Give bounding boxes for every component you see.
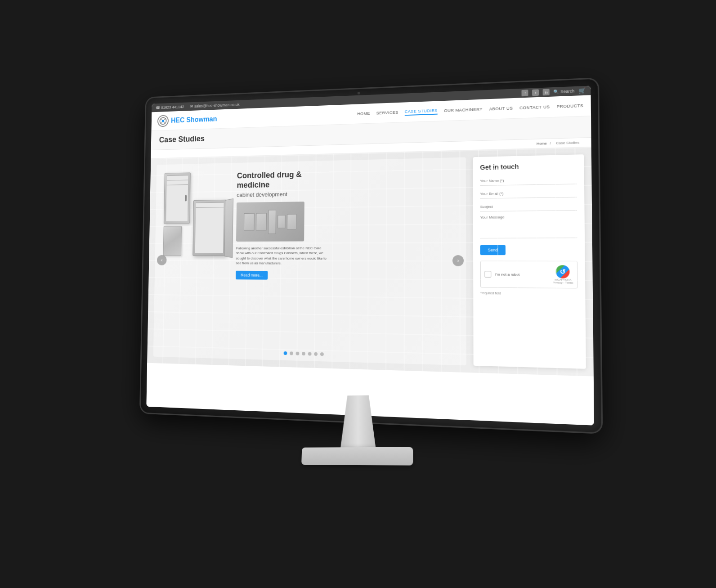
required-field-note: *required field [480,291,578,295]
nav-contact[interactable]: CONTACT US [519,103,550,111]
thumb-cabinet-5 [287,214,296,229]
captcha-checkbox[interactable] [484,271,491,278]
cabinet-shelf-3 [167,184,188,185]
cart-icon[interactable]: 🛒 [578,87,586,94]
camera-icon [358,91,360,94]
main-content: ‹ › [147,147,594,376]
cabinet-door [224,198,233,258]
slide-title: Controlled drug & medicine [237,166,452,190]
cabinet-small [163,226,182,256]
thumb-cabinet-3 [268,210,276,234]
cabinet-shelf-1 [167,175,188,176]
slider-dots [283,351,323,356]
screen-bezel: 01623 441142 sales@hec-showman.co.uk f t… [141,79,601,432]
slide-thumbnail [236,202,304,242]
nav-case-studies[interactable]: CASE STUDIES [405,107,438,116]
logo[interactable]: HEC Showman [157,113,217,127]
thumb-cabinet-1 [244,213,255,230]
dot-1[interactable] [283,351,287,355]
dot-6[interactable] [314,352,318,355]
dot-5[interactable] [308,352,311,355]
scene: 01623 441142 sales@hec-showman.co.uk f t… [88,74,628,515]
logo-icon [157,115,169,127]
cabinet-group-left [163,172,191,256]
stand-base [301,447,413,465]
recaptcha-terms: Privacy - Terms [553,281,573,284]
open-shelf-1 [196,202,224,203]
cabinet-interior [166,175,188,221]
slide-content: Controlled drug & medicine cabinet devel… [153,157,466,365]
search-link[interactable]: 🔍 Search [554,89,574,94]
subject-input[interactable] [480,201,577,211]
captcha-logo: reCAPTCHA Privacy - Terms [553,265,573,284]
breadcrumb: Home / Case Studies [537,140,582,145]
thumb-cabinet-2 [256,213,267,230]
captcha-label: I'm not a robot [495,272,520,276]
website: 01623 441142 sales@hec-showman.co.uk f t… [146,85,594,425]
open-shelf-2 [196,207,224,208]
slide-description: Following another successful exhibition … [236,246,330,265]
email-input[interactable] [480,188,577,198]
dot-3[interactable] [295,351,299,355]
cabinet-open-interior [195,202,224,253]
slider-next-button[interactable]: › [452,255,464,266]
nav-about[interactable]: ABOUT US [489,105,513,112]
social-links: f t in 🔍 Search 🛒 [522,87,586,96]
thumb-cabinet-4 [277,215,285,228]
main-nav: HOME SERVICES CASE STUDIES OUR MACHINERY… [357,102,583,117]
slide-text: Controlled drug & medicine cabinet devel… [232,166,452,281]
nav-machinery[interactable]: OUR MACHINERY [444,106,483,113]
instagram-icon[interactable]: in [543,89,550,95]
dot-4[interactable] [302,352,305,355]
slider-area: ‹ › [153,157,466,365]
name-input[interactable] [480,175,577,186]
cabinet-large [164,172,191,224]
screen-inner: 01623 441142 sales@hec-showman.co.uk f t… [146,85,594,425]
send-button[interactable]: Send [480,245,506,255]
slider-prev-button[interactable]: ‹ [157,255,167,265]
cabinet-open [192,199,226,256]
phone-number: 01623 441142 [156,104,184,110]
form-title: Get in touch [480,162,577,171]
nav-home[interactable]: HOME [357,110,370,117]
email-address: sales@hec-showman.co.uk [190,102,240,108]
logo-text: HEC Showman [171,115,217,124]
read-more-button[interactable]: Read more... [236,270,268,279]
cabinet-shelf-2 [167,180,188,180]
imac: 01623 441142 sales@hec-showman.co.uk f t… [111,87,605,501]
recaptcha-brand: reCAPTCHA [555,278,571,281]
facebook-icon[interactable]: f [522,90,528,96]
dot-2[interactable] [290,351,293,355]
cabinet-images [163,171,227,256]
twitter-icon[interactable]: t [532,89,539,96]
breadcrumb-home[interactable]: Home [537,141,547,146]
search-icon: 🔍 [554,89,559,94]
contact-form: Get in touch Send I'm not a robot [473,154,586,369]
nav-products[interactable]: PRODUCTS [557,102,584,110]
recaptcha-box[interactable]: I'm not a robot reCAPTCHA Privacy - Term… [480,260,578,288]
message-textarea[interactable] [480,214,577,238]
recaptcha-icon [556,265,570,278]
breadcrumb-separator: / [550,141,552,145]
breadcrumb-current: Case Studies [556,140,579,145]
dot-7[interactable] [320,352,323,356]
nav-services[interactable]: SERVICES [376,109,398,116]
